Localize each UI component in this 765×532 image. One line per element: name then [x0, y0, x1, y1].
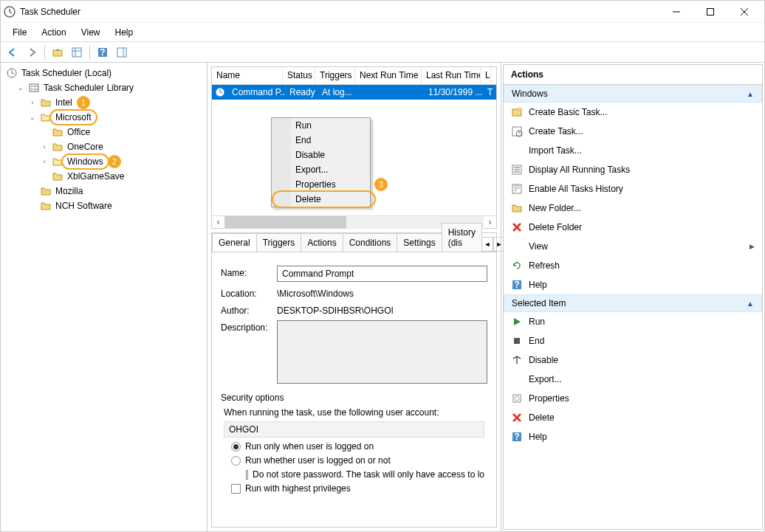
toolbar-panel[interactable] [113, 44, 131, 61]
menu-view[interactable]: View [74, 24, 108, 41]
context-export[interactable]: Export... [272, 162, 370, 177]
context-disable[interactable]: Disable [272, 148, 370, 162]
history-icon [511, 183, 523, 195]
tree-toggle[interactable]: › [27, 99, 38, 106]
menu-help[interactable]: Help [108, 24, 141, 41]
task-row[interactable]: Command P... Ready At log... 11/30/1999 … [212, 85, 496, 100]
tab-history[interactable]: History (dis [442, 223, 482, 252]
action-help[interactable]: ?Help [504, 275, 762, 294]
scroll-left[interactable]: ‹ [212, 216, 224, 229]
context-delete[interactable]: Delete [272, 192, 370, 207]
new-folder-icon [511, 202, 523, 214]
collapse-icon: ▲ [747, 90, 754, 98]
tab-triggers[interactable]: Triggers [256, 233, 302, 252]
tree-toggle[interactable]: › [39, 143, 49, 151]
action-create-basic[interactable]: Create Basic Task... [504, 103, 762, 122]
col-status[interactable]: Status [283, 67, 315, 84]
action-run[interactable]: Run [504, 312, 762, 331]
tab-conditions[interactable]: Conditions [343, 233, 398, 252]
tree-item-onecore[interactable]: › OneCore [4, 139, 204, 154]
task-next-cell [357, 91, 424, 93]
action-delete[interactable]: Delete [504, 408, 762, 427]
context-menu: Run End Disable Export... Properties 3 D… [271, 117, 371, 207]
tree-library[interactable]: ⌄ Task Scheduler Library [4, 80, 204, 95]
toolbar-folder-up[interactable] [49, 44, 66, 61]
task-list-body: Command P... Ready At log... 11/30/1999 … [212, 85, 496, 215]
tree-item-intel[interactable]: › Intel 1 [4, 95, 204, 110]
tab-actions[interactable]: Actions [301, 233, 343, 252]
col-name[interactable]: Name [212, 67, 283, 84]
check-highest-priv[interactable]: Run with highest privileges [231, 483, 484, 494]
action-disable[interactable]: Disable [504, 350, 762, 370]
tree-toggle[interactable]: ⌄ [27, 114, 38, 121]
checkbox-icon [231, 484, 241, 494]
action-end[interactable]: End [504, 331, 762, 350]
tab-general[interactable]: General [212, 233, 257, 252]
col-lastresult[interactable]: L [481, 67, 491, 84]
location-value: \Microsoft\Windows [277, 286, 354, 299]
folder-icon [40, 97, 52, 108]
svg-rect-7 [53, 50, 62, 56]
actions-section-windows[interactable]: Windows▲ [504, 85, 762, 103]
nav-forward-button[interactable] [23, 44, 41, 61]
context-end[interactable]: End [272, 133, 370, 148]
action-new-folder[interactable]: New Folder... [504, 198, 762, 218]
context-properties[interactable]: Properties 3 [272, 177, 370, 192]
action-view[interactable]: View▶ [504, 237, 762, 256]
scroll-thumb[interactable] [224, 216, 346, 229]
radio-logged-on[interactable]: Run only when user is logged on [231, 441, 484, 452]
scroll-right[interactable]: › [484, 216, 496, 229]
action-import[interactable]: Import Task... [504, 141, 762, 160]
tab-settings[interactable]: Settings [397, 233, 442, 252]
radio-icon [231, 442, 241, 452]
action-display-running[interactable]: Display All Running Tasks [504, 160, 762, 179]
check-no-password[interactable]: Do not store password. The task will onl… [246, 469, 484, 480]
stop-icon [511, 335, 523, 347]
radio-whether[interactable]: Run whether user is logged on or not [231, 455, 484, 466]
task-list: Name Status Triggers Next Run Time Last … [211, 66, 497, 229]
window-title: Task Scheduler [20, 7, 659, 17]
task-name-cell: Command P... [227, 86, 285, 98]
action-export[interactable]: Export... [504, 370, 762, 389]
nav-back-button[interactable] [4, 44, 21, 61]
tree-item-microsoft[interactable]: ⌄ Microsoft [4, 110, 204, 125]
minimize-button[interactable] [659, 1, 693, 23]
col-last[interactable]: Last Run Time [422, 67, 481, 84]
menu-file[interactable]: File [5, 24, 34, 41]
chevron-right-icon: ▶ [749, 243, 755, 250]
action-refresh[interactable]: Refresh [504, 256, 762, 275]
tree-item-mozilla[interactable]: Mozilla [4, 184, 204, 198]
col-triggers[interactable]: Triggers [315, 67, 355, 84]
tree-toggle[interactable]: › [39, 158, 49, 165]
delete-icon [511, 412, 523, 424]
action-enable-history[interactable]: Enable All Tasks History [504, 179, 762, 198]
col-next[interactable]: Next Run Time [355, 67, 422, 84]
toolbar-views[interactable] [68, 44, 86, 61]
tab-scroll-left[interactable]: ◄ [481, 237, 493, 252]
name-field[interactable] [277, 266, 487, 282]
actions-section-selected[interactable]: Selected Item▲ [504, 294, 762, 312]
context-run[interactable]: Run [272, 118, 370, 133]
tree-root[interactable]: Task Scheduler (Local) [4, 66, 204, 80]
action-help-2[interactable]: ?Help [504, 427, 762, 446]
description-field[interactable] [277, 320, 487, 384]
tree-item-xbl[interactable]: XblGameSave [4, 169, 204, 184]
close-button[interactable] [727, 1, 761, 23]
folder-icon [40, 185, 52, 197]
delete-icon [511, 221, 523, 233]
details-body: Name: Location: \Microsoft\Windows Autho… [212, 252, 496, 527]
action-delete-folder[interactable]: Delete Folder [504, 218, 762, 237]
folder-icon [52, 170, 64, 182]
tree-toggle[interactable]: ⌄ [16, 84, 26, 91]
app-icon [4, 6, 16, 18]
tree-item-nch[interactable]: NCH Software [4, 198, 204, 213]
maximize-button[interactable] [693, 1, 727, 23]
menu-action[interactable]: Action [34, 24, 73, 41]
action-properties[interactable]: Properties [504, 389, 762, 408]
run-icon [511, 316, 523, 328]
toolbar-help[interactable]: ? [94, 44, 112, 61]
tree-item-office[interactable]: Office [4, 125, 204, 139]
svg-line-2 [10, 12, 12, 13]
action-create-task[interactable]: Create Task... [504, 122, 762, 141]
tree-item-windows[interactable]: › Windows 2 [4, 154, 204, 169]
